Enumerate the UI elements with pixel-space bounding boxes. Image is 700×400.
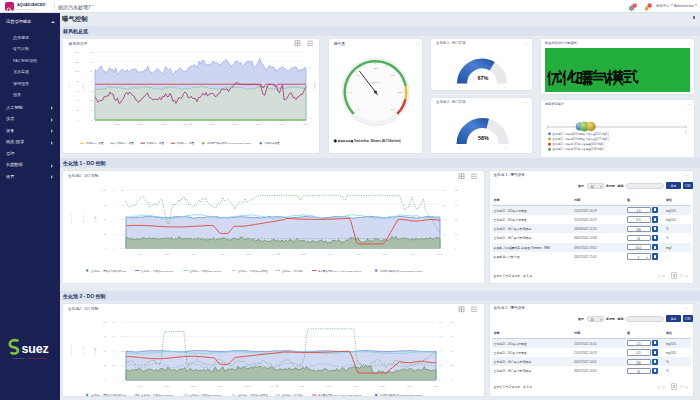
svg-text:suez: suez — [22, 342, 49, 356]
